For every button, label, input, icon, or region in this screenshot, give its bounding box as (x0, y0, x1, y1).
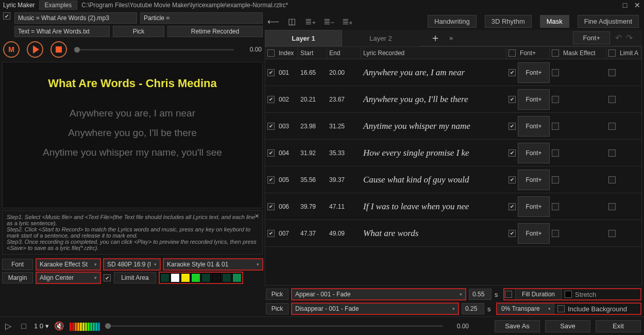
color-swatch[interactable] (212, 273, 221, 282)
row-checkbox[interactable] (267, 149, 275, 157)
row-mask-checkbox[interactable] (552, 69, 559, 76)
row-mask-checkbox[interactable] (552, 149, 559, 157)
stretch-checkbox[interactable] (565, 291, 572, 298)
limit-all-checkbox[interactable] (608, 49, 616, 57)
color-swatch[interactable] (222, 273, 231, 282)
row-limit-checkbox[interactable] (608, 69, 616, 76)
row-font-button[interactable]: Font+ (518, 89, 550, 110)
pick-text-button[interactable]: Pick (113, 26, 164, 37)
color-swatch[interactable] (160, 273, 170, 282)
add-layer-icon[interactable]: ＋ (429, 31, 442, 45)
row-limit-checkbox[interactable] (608, 149, 616, 157)
appear-effect-select[interactable]: Appear - 001 - Fade (292, 289, 466, 300)
row-mask-checkbox[interactable] (552, 203, 559, 210)
particle-field[interactable]: Particle = (140, 12, 263, 24)
more-layers-icon[interactable]: » (449, 34, 453, 42)
row-checkbox[interactable] (267, 176, 275, 183)
undo-redo-icon[interactable]: ↶↷ (610, 33, 642, 43)
save-as-button[interactable]: Save As (495, 320, 540, 332)
fine-adjustment-tab[interactable]: Fine Adjustment (578, 15, 639, 28)
table-row[interactable]: 00639.7947.11If I was to leave when you … (265, 193, 641, 220)
list-remove-icon[interactable]: ≣₋ (324, 16, 334, 26)
row-limit-checkbox[interactable] (608, 96, 616, 103)
footer-stop-icon[interactable]: □ (19, 321, 29, 331)
play-button[interactable] (27, 41, 43, 58)
exit-button[interactable]: Exit (596, 320, 641, 332)
row-font-checkbox[interactable] (509, 69, 516, 76)
table-row[interactable]: 00431.9235.33How every single promise I … (265, 140, 641, 166)
include-bg-checkbox[interactable] (557, 305, 565, 312)
table-row[interactable]: 00535.5639.37Cause what kind of guy woul… (265, 166, 641, 193)
row-mask-checkbox[interactable] (552, 123, 559, 130)
karaoke-effect-select[interactable]: Karaoke Effect St (36, 259, 100, 270)
row-font-button[interactable]: Font+ (518, 170, 550, 190)
select-all-checkbox[interactable] (267, 49, 275, 57)
row-limit-checkbox[interactable] (608, 203, 616, 210)
color-swatch[interactable] (171, 273, 180, 282)
color-swatch[interactable] (181, 273, 190, 282)
row-font-button[interactable]: Font+ (518, 196, 550, 217)
fill-duration-checkbox[interactable] (505, 291, 512, 298)
row-font-checkbox[interactable] (509, 230, 516, 237)
disappear-duration[interactable]: 0.25 (462, 303, 484, 314)
music-field[interactable]: Music = What Are Words (2).mp3 (14, 12, 137, 24)
row-font-checkbox[interactable] (509, 123, 516, 130)
limit-area-checkbox[interactable] (104, 274, 111, 281)
karaoke-style-select[interactable]: Karaoke Style 01 & 01 (163, 259, 263, 270)
row-mask-checkbox[interactable] (552, 176, 559, 183)
position-slider[interactable] (74, 49, 234, 51)
color-swatch[interactable] (191, 273, 200, 282)
disappear-effect-select[interactable]: Disappear - 001 - Fade (292, 303, 459, 314)
window-close-icon[interactable]: ✕ (634, 1, 641, 9)
footer-slider[interactable] (105, 325, 443, 327)
layer-1-tab[interactable]: Layer 1 (265, 30, 342, 46)
loop-count[interactable]: 1 0 ▾ (34, 322, 49, 330)
row-checkbox[interactable] (267, 123, 275, 130)
row-checkbox[interactable] (267, 203, 275, 210)
row-mask-checkbox[interactable] (552, 96, 559, 103)
stop-button[interactable] (50, 41, 67, 58)
text-field[interactable]: Text = What Are Words.txt (14, 26, 110, 37)
row-font-checkbox[interactable] (509, 203, 516, 210)
table-row[interactable]: 00323.9831.25Anytime you whisper my name… (265, 113, 641, 140)
list-add-icon[interactable]: ≣₊ (305, 16, 315, 26)
fontplus-button[interactable]: Font+ (573, 31, 610, 44)
table-row[interactable]: 00116.6520.00Anywhere you are, I am near… (265, 59, 641, 86)
window-maximize-icon[interactable]: □ (621, 1, 629, 9)
mask-tab[interactable]: Mask (540, 15, 569, 28)
handwriting-tab[interactable]: Handwriting (428, 15, 477, 28)
row-mask-checkbox[interactable] (552, 230, 559, 237)
align-select[interactable]: Align Center (36, 272, 100, 283)
footer-play-icon[interactable]: ▷ (3, 321, 13, 331)
3d-rhythm-tab[interactable]: 3D Rhythm (485, 15, 532, 28)
color-palette[interactable] (159, 272, 243, 283)
row-font-button[interactable]: Font+ (518, 143, 550, 163)
color-swatch[interactable] (232, 273, 242, 282)
appear-duration[interactable]: 0.55 (469, 289, 492, 300)
row-font-button[interactable]: Font+ (518, 223, 550, 244)
list-clear-icon[interactable]: ≣ₓ (342, 16, 352, 26)
mask-all-checkbox[interactable] (552, 49, 559, 57)
row-checkbox[interactable] (267, 230, 275, 237)
row-limit-checkbox[interactable] (608, 176, 616, 183)
row-limit-checkbox[interactable] (608, 230, 616, 237)
color-swatch[interactable] (201, 273, 211, 282)
font-all-checkbox[interactable] (509, 49, 516, 57)
music-checkbox[interactable] (3, 12, 10, 20)
resolution-select[interactable]: SD 480P 16:9 (I (104, 259, 160, 270)
record-button[interactable]: M (3, 41, 20, 58)
table-row[interactable]: 00747.3749.09What are wordsFont+ (265, 220, 641, 247)
row-limit-checkbox[interactable] (608, 123, 616, 130)
mute-icon[interactable]: 🔇 (54, 321, 64, 331)
transparency-select[interactable]: 0% Transpare (498, 303, 554, 314)
save-button[interactable]: Save (545, 320, 590, 332)
row-font-checkbox[interactable] (509, 96, 516, 103)
bookmark-icon[interactable]: ◫ (286, 16, 297, 26)
row-font-button[interactable]: Font+ (518, 116, 550, 137)
retime-recorded-button[interactable]: Retime Recorded (167, 26, 263, 37)
row-font-button[interactable]: Font+ (518, 62, 550, 83)
layer-2-tab[interactable]: Layer 2 (342, 30, 419, 46)
row-font-checkbox[interactable] (509, 149, 516, 157)
close-tips-icon[interactable]: ✕ (255, 213, 259, 220)
row-checkbox[interactable] (267, 96, 275, 103)
